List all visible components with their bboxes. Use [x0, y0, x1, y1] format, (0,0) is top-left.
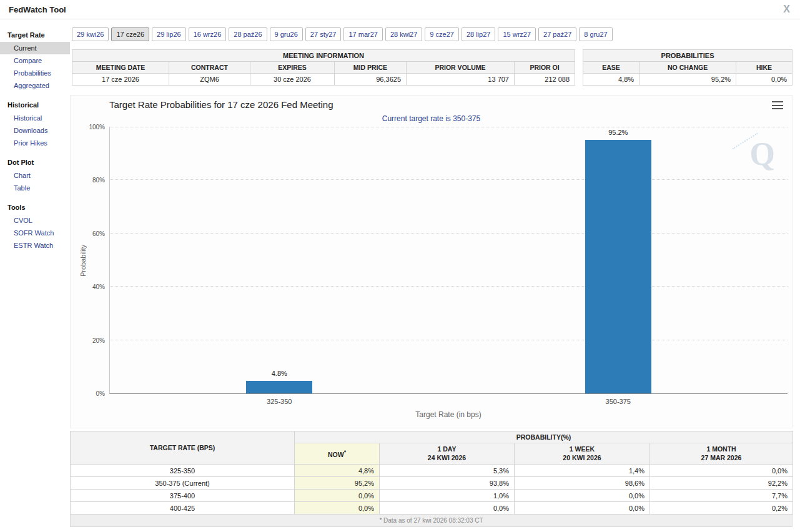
tab-17mar27[interactable]: 17 mar27 — [343, 27, 382, 41]
sidebar-section-tools: Tools CVOL SOFR Watch ESTR Watch — [0, 199, 70, 252]
y-tick-label: 20% — [77, 337, 105, 343]
section-title-historical: Historical — [0, 97, 70, 112]
sidebar-item-sofr-watch[interactable]: SOFR Watch — [0, 227, 70, 239]
sidebar-item-probabilities[interactable]: Probabilities — [0, 67, 70, 79]
tab-8gru27[interactable]: 8 gru27 — [579, 27, 612, 41]
hike-header: HIKE — [736, 62, 793, 74]
sidebar-item-current[interactable]: Current — [0, 42, 70, 54]
probability-cell-1month: 0,2% — [650, 502, 793, 515]
tab-16wrz26[interactable]: 16 wrz26 — [189, 27, 227, 41]
ease-header: EASE — [583, 62, 640, 74]
probabilities-summary-table: PROBABILITIES EASE NO CHANGE HIKE 4,8% 9… — [583, 49, 793, 86]
probability-cell-now: 95,2% — [295, 477, 380, 490]
prior-oi-value: 212 088 — [515, 74, 575, 86]
chart-context-menu-icon[interactable] — [772, 101, 783, 109]
probability-cell-1day: 93,8% — [380, 477, 515, 490]
chart-bar-label-0: 4.8% — [246, 370, 312, 377]
tab-17cze26[interactable]: 17 cze26 — [111, 27, 149, 41]
sidebar-item-dotplot-chart[interactable]: Chart — [0, 169, 70, 182]
x-axis-title: Target Rate (in bps) — [109, 410, 788, 419]
chart-bar-0[interactable] — [246, 381, 312, 393]
tab-29kwi26[interactable]: 29 kwi26 — [72, 27, 109, 41]
sidebar-item-downloads[interactable]: Downloads — [0, 124, 70, 137]
y-tick-label: 100% — [77, 124, 105, 131]
target-rate-cell: 400-425 — [71, 502, 295, 515]
tab-28lip27[interactable]: 28 lip27 — [462, 27, 496, 41]
chart-subtitle: Current target rate is 350-375 — [71, 114, 792, 123]
gridline — [110, 340, 788, 340]
chart-bar-1[interactable] — [585, 140, 651, 394]
hike-value: 0,0% — [736, 74, 793, 86]
meeting-date-header: MEETING DATE — [72, 62, 169, 74]
probability-cell-1month: 7,7% — [650, 490, 793, 502]
col-header-1-month: 1 MONTH27 MAR 2026 — [650, 443, 793, 465]
probability-cell-now: 4,8% — [295, 465, 380, 477]
data-asof-footnote: * Data as of 27 kwi 2026 08:32:03 CT — [70, 515, 793, 527]
contract-value: ZQM6 — [169, 74, 250, 86]
gridline — [110, 233, 788, 234]
col-header-now: NOW* — [295, 443, 380, 465]
close-icon[interactable]: X — [783, 4, 790, 15]
meeting-date-value: 17 cze 2026 — [72, 74, 169, 86]
expires-value: 30 cze 2026 — [250, 74, 335, 86]
no-change-header: NO CHANGE — [640, 62, 736, 74]
probability-cell-1month: 0,0% — [650, 465, 793, 477]
tab-9cze27[interactable]: 9 cze27 — [425, 27, 459, 41]
probability-cell-1week: 1,4% — [515, 465, 650, 477]
watermark-letter: Q — [750, 138, 775, 170]
section-title-target-rate: Target Rate — [0, 27, 70, 42]
x-tick-label: 325-350 — [235, 398, 323, 405]
sidebar-item-historical[interactable]: Historical — [0, 112, 70, 124]
tab-29lip26[interactable]: 29 lip26 — [152, 27, 186, 41]
x-tick-label: 350-375 — [575, 398, 662, 405]
section-title-tools: Tools — [0, 199, 70, 214]
tab-15wrz27[interactable]: 15 wrz27 — [498, 27, 536, 41]
target-rate-probability-chart: Target Rate Probabilities for 17 cze 202… — [70, 95, 793, 428]
target-rate-bps-header: TARGET RATE (BPS) — [71, 431, 295, 465]
chart-title: Target Rate Probabilities for 17 cze 202… — [109, 99, 333, 110]
probability-cell-1week: 98,6% — [515, 477, 650, 490]
sidebar-item-prior-hikes[interactable]: Prior Hikes — [0, 137, 70, 149]
col-header-1-day: 1 DAY24 KWI 2026 — [380, 443, 515, 465]
sidebar-item-dotplot-table[interactable]: Table — [0, 182, 70, 194]
prior-oi-header: PRIOR OI — [515, 62, 575, 74]
section-title-dot-plot: Dot Plot — [0, 154, 70, 169]
probability-table: TARGET RATE (BPS) PROBABILITY(%) NOW* 1 … — [70, 431, 793, 515]
sidebar-section-target-rate: Target Rate Current Compare Probabilitie… — [0, 27, 70, 92]
probability-cell-now: 0,0% — [295, 502, 380, 515]
tab-9gru26[interactable]: 9 gru26 — [270, 27, 303, 41]
meeting-information-title: MEETING INFORMATION — [72, 50, 575, 62]
tab-27sty27[interactable]: 27 sty27 — [305, 27, 342, 41]
probability-table-section: TARGET RATE (BPS) PROBABILITY(%) NOW* 1 … — [70, 431, 793, 527]
sidebar-item-compare[interactable]: Compare — [0, 54, 70, 67]
prior-volume-value: 13 707 — [407, 74, 515, 86]
sidebar-item-aggregated[interactable]: Aggregated — [0, 79, 70, 92]
table-row: 375-400 0,0% 1,0% 0,0% 7,7% — [71, 490, 793, 502]
gridline — [110, 286, 788, 287]
gridline — [110, 127, 788, 127]
sidebar-item-estr-watch[interactable]: ESTR Watch — [0, 239, 70, 252]
tab-28paz26[interactable]: 28 paź26 — [229, 27, 267, 41]
sidebar-section-dot-plot: Dot Plot Chart Table — [0, 154, 70, 194]
sidebar-item-cvol[interactable]: CVOL — [0, 214, 70, 227]
tab-28kwi27[interactable]: 28 kwi27 — [385, 27, 422, 41]
probability-cell-1month: 92,2% — [650, 477, 793, 490]
col-header-1-week: 1 WEEK20 KWI 2026 — [515, 443, 650, 465]
table-row: 400-425 0,0% 0,0% 0,0% 0,2% — [71, 502, 793, 515]
sidebar-section-historical: Historical Historical Downloads Prior Hi… — [0, 97, 70, 149]
y-tick-label: 80% — [77, 177, 105, 184]
probability-cell-1week: 0,0% — [515, 490, 650, 502]
page-title: FedWatch Tool — [9, 5, 66, 14]
plot-area: 0% 20% 40% 60% 80% 100% Q 4.8% 95.2% 325… — [109, 127, 788, 394]
tab-27paz27[interactable]: 27 paź27 — [538, 27, 576, 41]
main-content: 29 kwi26 17 cze26 29 lip26 16 wrz26 28 p… — [70, 19, 800, 532]
info-row: MEETING INFORMATION MEETING DATE CONTRAC… — [72, 49, 793, 86]
ease-value: 4,8% — [583, 74, 640, 86]
target-rate-cell: 350-375 (Current) — [71, 477, 295, 490]
gridline — [110, 179, 788, 180]
expires-header: EXPIRES — [250, 62, 335, 74]
meeting-information-table: MEETING INFORMATION MEETING DATE CONTRAC… — [72, 49, 575, 86]
probability-cell-1day: 0,0% — [380, 502, 515, 515]
y-tick-label: 40% — [77, 283, 105, 290]
probability-cell-1week: 0,0% — [515, 502, 650, 515]
